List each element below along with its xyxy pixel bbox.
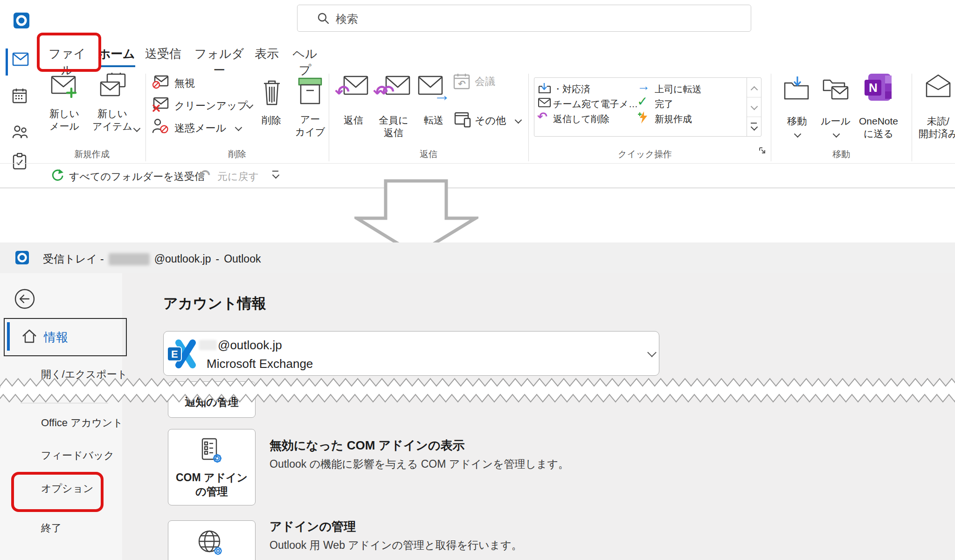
quick-step-label: 返信して削除 <box>553 113 609 125</box>
account-dropdown-chevron[interactable] <box>647 348 657 357</box>
rules-label: ルール <box>816 115 855 127</box>
new-items-button[interactable]: 新しい アイテム <box>88 72 142 143</box>
screen: 検索 ファイル ホーム 送受信 フォルダー 表示 ヘルプ <box>0 0 955 560</box>
quick-step-reply-delete[interactable]: ↶ 返信して削除 <box>536 111 634 124</box>
active-tab-underline <box>99 65 135 67</box>
sidebar-item-label: 情報 <box>44 329 68 346</box>
group-label-new: 新規作成 <box>43 148 141 160</box>
tab-send-receive[interactable]: 送受信 <box>140 46 187 62</box>
quick-steps-scroll-down[interactable] <box>751 103 758 111</box>
ignore-icon <box>152 75 170 89</box>
title-app: Outlook <box>224 253 261 265</box>
new-mail-button[interactable]: 新しい メール <box>43 72 86 143</box>
more-respond-button[interactable]: その他 <box>449 107 528 131</box>
annotation-options <box>11 472 104 512</box>
exchange-icon: E <box>167 336 196 371</box>
dialog-launcher-icon[interactable] <box>758 146 767 155</box>
rules-button[interactable]: ルール <box>816 72 855 144</box>
undo-icon: ↶ <box>198 168 210 183</box>
quick-step-label: 新規作成 <box>655 113 692 125</box>
quick-step-complete[interactable]: ✓ 完了 <box>636 96 743 110</box>
reply-all-button[interactable]: ↶ ↶ 全員に 返信 <box>373 72 414 143</box>
meeting-label: 会議 <box>475 75 495 89</box>
send-receive-all-button[interactable]: すべてのフォルダーを送受信 <box>39 164 193 187</box>
ribbon-divider <box>0 163 955 164</box>
com-addins-button[interactable]: COM アドイン の管理 <box>168 429 256 505</box>
reply-all-label: 全員に 返信 <box>373 114 414 139</box>
cleanup-button[interactable]: クリーンアップ <box>148 95 256 114</box>
sidebar-item-info[interactable]: 情報 <box>4 318 127 356</box>
tab-home[interactable]: ホーム <box>98 46 135 62</box>
reply-button[interactable]: ↶ 返信 <box>334 72 373 143</box>
sidebar-item-exit[interactable]: 終了 <box>41 521 62 535</box>
quick-step-forward-boss[interactable]: → 上司に転送 <box>636 82 743 96</box>
quick-step-label: ・対応済 <box>553 83 590 96</box>
quick-step-create-new[interactable]: 新規作成 <box>636 111 743 124</box>
title-domain: @outlook.jp <box>154 253 211 265</box>
calendar-nav-icon[interactable] <box>12 88 27 104</box>
archive-icon <box>298 77 323 106</box>
group-label-quick-steps: クイック操作 <box>528 148 761 160</box>
cleanup-icon <box>151 97 170 112</box>
undo-button[interactable]: ↶ 元に戻す <box>190 164 270 187</box>
selected-indicator <box>7 322 10 351</box>
web-addins-button[interactable] <box>168 520 256 560</box>
window-title: 受信トレイ - @outlook.jp - Outlook <box>43 252 261 266</box>
search-icon <box>317 12 329 24</box>
quick-steps-scroll-up[interactable] <box>751 86 758 94</box>
web-addins-description: Outlook 用 Web アドインの管理と取得を行います。 <box>270 538 522 553</box>
search-input[interactable]: 検索 <box>297 5 751 32</box>
more-respond-icon <box>454 111 472 128</box>
outlook-main-window: 検索 ファイル ホーム 送受信 フォルダー 表示 ヘルプ <box>0 0 955 188</box>
qat-overflow-chevron[interactable] <box>272 172 280 179</box>
undo-label: 元に戻す <box>217 170 259 184</box>
tasks-nav-icon[interactable] <box>12 153 27 170</box>
outlook-logo-icon <box>13 11 31 29</box>
delete-button[interactable]: 削除 <box>250 72 293 143</box>
onenote-label: OneNote に送る <box>856 115 901 140</box>
onenote-button[interactable]: N OneNote に送る <box>856 72 901 144</box>
delete-label: 削除 <box>250 114 293 126</box>
unread-read-button[interactable]: 未読/ 開封済み <box>915 72 955 144</box>
move-button[interactable]: 移動 <box>778 72 816 144</box>
redacted-username <box>109 253 150 265</box>
meeting-button[interactable]: ↶ 会議 <box>449 70 528 92</box>
quick-steps-overflow-chevron[interactable] <box>751 124 758 131</box>
quick-step-done[interactable]: ・対応済 <box>536 82 634 96</box>
junk-button[interactable]: 迷惑メール <box>148 118 246 136</box>
chevron-down-icon <box>833 131 840 138</box>
account-selector[interactable]: E @outlook.jp Microsoft Exchange <box>163 331 659 376</box>
more-respond-label: その他 <box>475 114 506 128</box>
tab-view[interactable]: 表示 <box>250 46 284 62</box>
envelope-icon <box>538 98 551 108</box>
people-nav-icon[interactable] <box>12 124 28 140</box>
sync-icon <box>49 168 64 183</box>
ignore-button[interactable]: 無視 <box>148 74 242 91</box>
torn-edge-divider <box>0 376 955 405</box>
com-addins-heading: 無効になった COM アドインの表示 <box>270 437 465 454</box>
move-label: 移動 <box>778 115 816 127</box>
forward-button[interactable]: → 転送 <box>414 72 453 143</box>
quick-step-label: 上司に転送 <box>655 83 701 96</box>
quick-step-label: 完了 <box>655 98 673 111</box>
sidebar-item-office-account[interactable]: Office アカウント <box>41 416 123 430</box>
move-done-icon <box>538 83 551 95</box>
strip-divider <box>747 117 761 117</box>
sidebar-item-feedback[interactable]: フィードバック <box>41 449 114 463</box>
send-receive-all-label: すべてのフォルダーを送受信 <box>69 170 205 184</box>
reply-arrow-icon: ↶ <box>335 83 350 101</box>
quick-step-team-mail[interactable]: チーム宛て電子メ… <box>536 96 634 110</box>
account-email: @outlook.jp <box>218 338 282 353</box>
reply-all-arrow-icon: ↶ <box>380 83 394 101</box>
com-addins-description: Outlook の機能に影響を与える COM アドインを管理します。 <box>270 457 569 471</box>
unread-read-label: 未読/ 開封済み <box>915 115 955 140</box>
title-dash: - <box>215 253 219 265</box>
group-label-delete: 削除 <box>145 148 329 160</box>
strip-divider <box>747 97 761 97</box>
group-label-respond: 返信 <box>329 148 528 160</box>
mail-nav-icon[interactable] <box>12 52 29 66</box>
unread-read-icon <box>925 74 952 98</box>
back-button[interactable] <box>14 288 35 310</box>
archive-button[interactable]: アー カイブ <box>290 72 330 143</box>
rules-icon <box>823 76 850 101</box>
